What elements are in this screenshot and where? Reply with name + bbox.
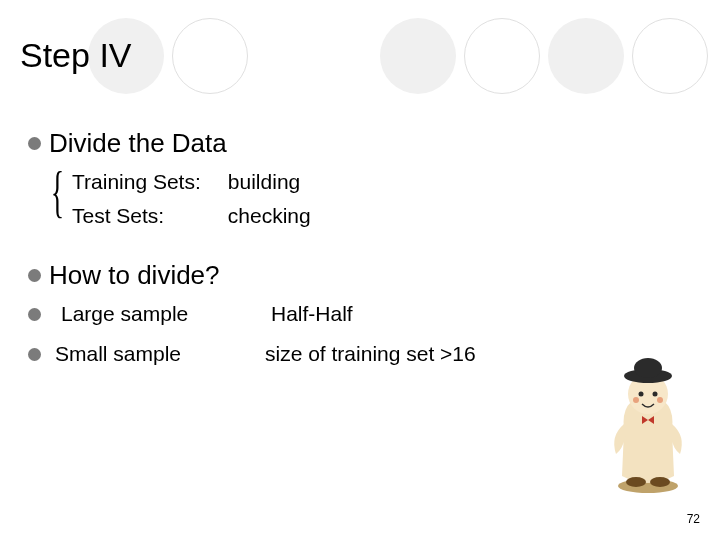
circle-icon [464, 18, 540, 94]
circle-icon [380, 18, 456, 94]
bullet-text: Divide the Data [49, 128, 227, 159]
large-sample-value: Half-Half [271, 302, 353, 326]
svg-point-8 [626, 477, 646, 487]
sub-label: Training Sets: [72, 170, 222, 194]
circle-icon [632, 18, 708, 94]
sub-label: Test Sets: [72, 204, 222, 228]
page-number: 72 [687, 512, 700, 526]
sub-value: checking [228, 204, 311, 227]
svg-point-4 [639, 392, 644, 397]
page-title: Step IV [20, 36, 132, 75]
sub-value: building [228, 170, 300, 193]
bullet-icon [28, 308, 41, 321]
bullet-icon [28, 348, 41, 361]
bullet-divide-data: Divide the Data [28, 128, 227, 159]
brace-icon: { [51, 160, 64, 224]
sub-training-sets: Training Sets: building [72, 170, 300, 194]
svg-point-7 [657, 397, 663, 403]
row-small-sample: Small sample size of training set >16 [28, 342, 476, 366]
circle-icon [172, 18, 248, 94]
large-sample-label: Large sample [61, 302, 271, 326]
small-sample-value: size of training set >16 [265, 342, 476, 366]
bullet-icon [28, 269, 41, 282]
svg-point-6 [633, 397, 639, 403]
svg-point-5 [653, 392, 658, 397]
sub-test-sets: Test Sets: checking [72, 204, 311, 228]
row-large-sample: Large sample Half-Half [28, 302, 353, 326]
bullet-how-to-divide: How to divide? [28, 260, 220, 291]
mascot-image [602, 358, 694, 494]
bullet-text: How to divide? [49, 260, 220, 291]
svg-point-9 [650, 477, 670, 487]
bullet-icon [28, 137, 41, 150]
small-sample-label: Small sample [55, 342, 265, 366]
svg-point-3 [634, 358, 662, 378]
circle-icon [548, 18, 624, 94]
